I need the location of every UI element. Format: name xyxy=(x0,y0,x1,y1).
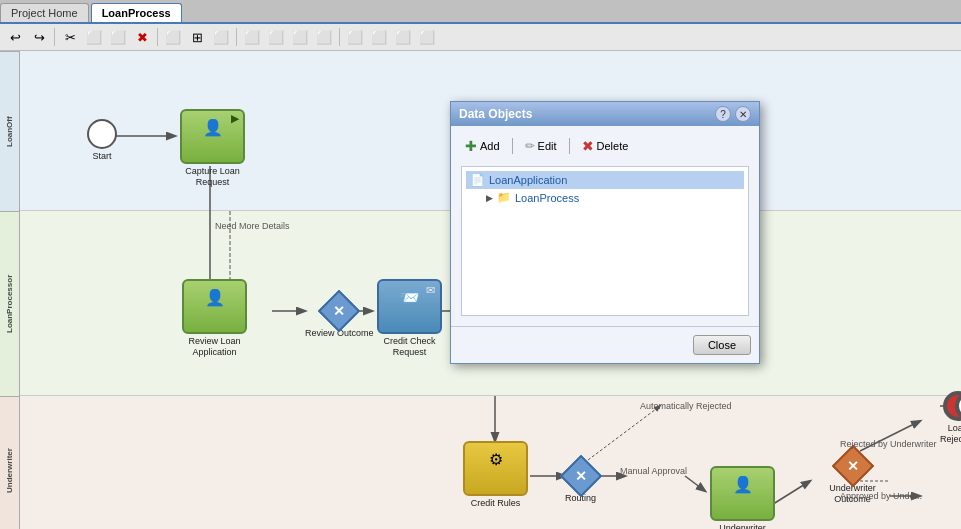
tb-btn-2[interactable]: ⊞ xyxy=(186,26,208,48)
main-area: LoanOff LoanProcessor Underwriter xyxy=(0,51,961,529)
dialog-title: Data Objects xyxy=(459,107,532,121)
tb-btn-6[interactable]: ⬜ xyxy=(289,26,311,48)
tb-btn-5[interactable]: ⬜ xyxy=(265,26,287,48)
redo-button[interactable]: ↪ xyxy=(28,26,50,48)
dialog-toolbar: ✚ Add ✏ Edit ✖ Delete xyxy=(461,136,749,156)
cut-button[interactable]: ✂ xyxy=(59,26,81,48)
lane-loanprocessor-label: LoanProcessor xyxy=(0,211,19,396)
toolbar-sep-2 xyxy=(569,138,570,154)
tab-bar: Project Home LoanProcess xyxy=(0,0,961,24)
sep3 xyxy=(236,28,237,46)
loan-application-icon: 📄 xyxy=(470,173,485,187)
tb-btn-10[interactable]: ⬜ xyxy=(392,26,414,48)
edit-label: Edit xyxy=(538,140,557,152)
lane-underwriter-label: Underwriter xyxy=(0,396,19,529)
add-icon: ✚ xyxy=(465,138,477,154)
tb-btn-3[interactable]: ⬜ xyxy=(210,26,232,48)
tb-btn-9[interactable]: ⬜ xyxy=(368,26,390,48)
sep2 xyxy=(157,28,158,46)
tb-btn-7[interactable]: ⬜ xyxy=(313,26,335,48)
tb-btn-11[interactable]: ⬜ xyxy=(416,26,438,48)
data-objects-dialog: Data Objects ? ✕ ✚ Add xyxy=(450,101,760,364)
tree-item-loan-process[interactable]: ▶ 📁 LoanProcess xyxy=(482,189,744,206)
close-button[interactable]: Close xyxy=(693,335,751,355)
tb-btn-1[interactable]: ⬜ xyxy=(162,26,184,48)
lane-sidebar: LoanOff LoanProcessor Underwriter xyxy=(0,51,20,529)
delete-dialog-button[interactable]: ✖ Delete xyxy=(578,136,633,156)
tree-item-loan-application[interactable]: 📄 LoanApplication xyxy=(466,171,744,189)
dialog-close-x-button[interactable]: ✕ xyxy=(735,106,751,122)
undo-button[interactable]: ↩ xyxy=(4,26,26,48)
dialog-help-button[interactable]: ? xyxy=(715,106,731,122)
edit-button[interactable]: ✏ Edit xyxy=(521,137,561,155)
dialog-titlebar: Data Objects ? ✕ xyxy=(451,102,759,126)
expand-icon[interactable]: ▶ xyxy=(486,193,493,203)
delete-label: Delete xyxy=(597,140,629,152)
dialog-body: ✚ Add ✏ Edit ✖ Delete xyxy=(451,126,759,326)
sep1 xyxy=(54,28,55,46)
tb-btn-8[interactable]: ⬜ xyxy=(344,26,366,48)
toolbar-sep-1 xyxy=(512,138,513,154)
sep4 xyxy=(339,28,340,46)
add-button[interactable]: ✚ Add xyxy=(461,136,504,156)
process-canvas: Start ▶ 👤 Capture Loan Request Need More… xyxy=(20,51,961,529)
add-label: Add xyxy=(480,140,500,152)
tab-project-home[interactable]: Project Home xyxy=(0,3,89,22)
copy-button[interactable]: ⬜ xyxy=(83,26,105,48)
delete-icon: ✖ xyxy=(582,138,594,154)
delete-button[interactable]: ✖ xyxy=(131,26,153,48)
tb-btn-4[interactable]: ⬜ xyxy=(241,26,263,48)
lane-loanoff-label: LoanOff xyxy=(0,51,19,211)
loan-process-icon: 📁 xyxy=(497,191,511,204)
loan-application-label: LoanApplication xyxy=(489,174,567,186)
dialog-footer: Close xyxy=(451,326,759,363)
edit-icon: ✏ xyxy=(525,139,535,153)
dialog-controls: ? ✕ xyxy=(715,106,751,122)
tab-loanprocess[interactable]: LoanProcess xyxy=(91,3,182,22)
toolbar: ↩ ↪ ✂ ⬜ ⬜ ✖ ⬜ ⊞ ⬜ ⬜ ⬜ ⬜ ⬜ ⬜ ⬜ ⬜ ⬜ xyxy=(0,24,961,51)
loan-process-label: LoanProcess xyxy=(515,192,579,204)
dialog-overlay: Data Objects ? ✕ ✚ Add xyxy=(20,51,961,529)
paste-button[interactable]: ⬜ xyxy=(107,26,129,48)
data-objects-tree: 📄 LoanApplication ▶ 📁 LoanProcess xyxy=(461,166,749,316)
